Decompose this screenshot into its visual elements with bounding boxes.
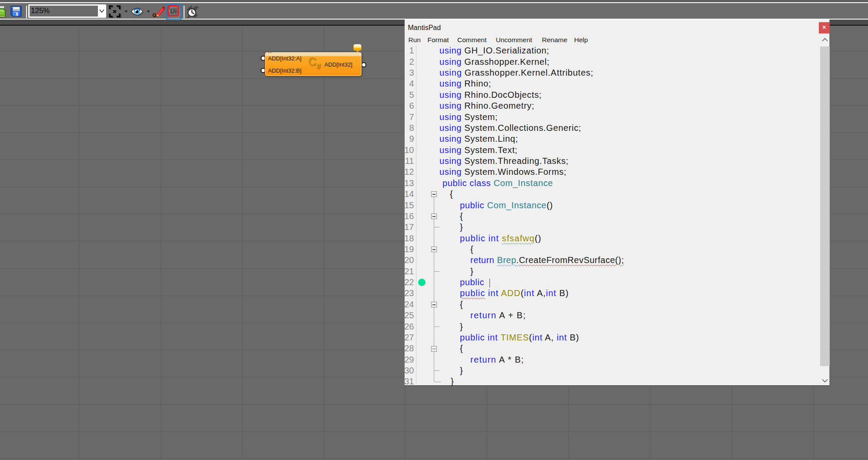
svg-text:Ui: Ui bbox=[170, 7, 177, 14]
